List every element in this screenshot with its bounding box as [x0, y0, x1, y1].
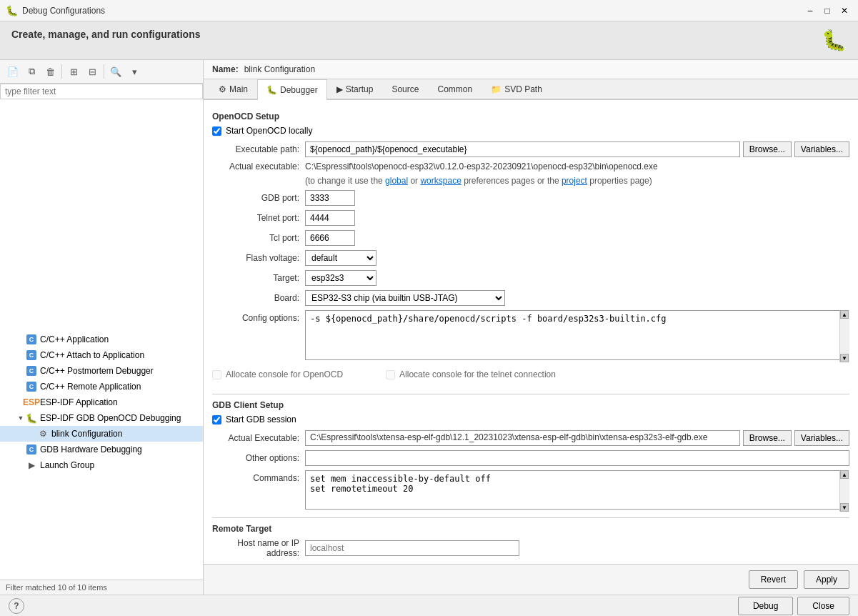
project-link[interactable]: project: [562, 176, 587, 186]
config-options-label: Config options:: [212, 313, 305, 323]
gdb-browse-button[interactable]: Browse...: [743, 430, 792, 446]
commands-scroll-down[interactable]: ▼: [840, 503, 849, 512]
executable-path-input-wrap: Browse... Variables...: [305, 141, 849, 157]
gdb-port-row: GDB port:: [212, 190, 849, 206]
tree-item-esp-idf-app[interactable]: ESP ESP-IDF Application: [0, 394, 203, 410]
c-icon: C: [26, 349, 37, 361]
executable-browse-button[interactable]: Browse...: [743, 141, 792, 157]
tree-item-launch-group[interactable]: ▶ Launch Group: [0, 457, 203, 473]
expand-all-button[interactable]: ⊞: [65, 63, 82, 80]
flash-voltage-label: Flash voltage:: [212, 253, 305, 263]
tab-common[interactable]: Common: [428, 79, 482, 99]
filter-status: Filter matched 10 of 10 items: [6, 583, 107, 592]
flash-voltage-select[interactable]: default 1.8V 3.3V: [305, 250, 376, 266]
svd-tab-label: SVD Path: [504, 84, 542, 94]
close-window-button[interactable]: ✕: [837, 3, 852, 19]
delete-button[interactable]: 🗑: [41, 63, 59, 80]
tab-svd-path[interactable]: 📁 SVD Path: [482, 79, 552, 99]
tree-item-c-cpp-remote[interactable]: C C/C++ Remote Application: [0, 379, 203, 394]
maximize-button[interactable]: □: [819, 3, 835, 19]
board-select[interactable]: ESP32-S3 chip (via builtin USB-JTAG): [305, 290, 505, 306]
apply-button[interactable]: Apply: [804, 570, 849, 589]
other-options-input[interactable]: [305, 450, 849, 466]
help-button[interactable]: ?: [9, 598, 24, 614]
tree-item-c-cpp-attach[interactable]: C C/C++ Attach to Application: [0, 347, 203, 363]
commands-scroll-up[interactable]: ▲: [840, 470, 849, 479]
target-select[interactable]: esp32 esp32s2 esp32s3 esp32c3: [305, 270, 376, 286]
no-expand: [27, 430, 37, 437]
target-row: Target: esp32 esp32s2 esp32s3 esp32c3: [212, 270, 849, 286]
actual-executable-label: Actual executable:: [212, 162, 305, 172]
minimize-button[interactable]: –: [802, 3, 818, 19]
tree-item-label: C/C++ Postmortem Debugger: [40, 366, 154, 376]
gdb-port-input[interactable]: [305, 190, 355, 206]
bottom-right: Revert Apply: [749, 570, 849, 589]
allocate-telnet-checkbox[interactable]: [386, 370, 395, 379]
c-icon: C: [26, 381, 37, 392]
config-options-textarea[interactable]: -s ${openocd_path}/share/openocd/scripts…: [305, 310, 849, 360]
footer: ? Debug Close: [0, 595, 858, 616]
workspace-link[interactable]: workspace: [420, 176, 461, 186]
main-container: Create, manage, and run configurations 🐛…: [0, 21, 858, 616]
tree-item-c-cpp-postmortem[interactable]: C C/C++ Postmortem Debugger: [0, 363, 203, 379]
path-note: (to change it use the global or workspac…: [305, 176, 849, 186]
executable-path-row: Executable path: Browse... Variables...: [212, 141, 849, 157]
collapse-all-button[interactable]: ⊟: [84, 63, 101, 80]
gdb-variables-button[interactable]: Variables...: [794, 430, 849, 446]
allocate-telnet-label: Allocate console for the telnet connecti…: [399, 369, 556, 379]
tree-item-esp-idf-openocd[interactable]: ▼ 🐛 ESP-IDF GDB OpenOCD Debugging: [0, 410, 203, 426]
tab-source[interactable]: Source: [382, 79, 428, 99]
start-openocd-label: Start OpenOCD locally: [226, 126, 312, 136]
gdb-actual-executable-wrap: C:\Espressif\tools\xtensa-esp-elf-gdb\12…: [305, 430, 849, 446]
no-expand: [16, 336, 26, 343]
executable-variables-button[interactable]: Variables...: [794, 141, 849, 157]
config-name-value: blink Configuration: [244, 64, 315, 74]
tree-item-c-cpp-app[interactable]: C C/C++ Application: [0, 332, 203, 347]
commands-textarea[interactable]: set mem inaccessible-by-default off set …: [305, 470, 849, 510]
main-tab-label: Main: [229, 84, 248, 94]
commands-scrollbar: ▲ ▼: [839, 470, 849, 512]
header-title: Create, manage, and run configurations: [11, 29, 201, 40]
telnet-port-input[interactable]: [305, 210, 355, 226]
tcl-port-input[interactable]: [305, 230, 355, 246]
tab-debugger[interactable]: 🐛 Debugger: [257, 79, 327, 100]
c-icon: C: [26, 365, 37, 377]
tree-item-gdb-hardware[interactable]: C GDB Hardware Debugging: [0, 442, 203, 457]
close-button[interactable]: Close: [797, 597, 849, 615]
executable-path-input[interactable]: [305, 141, 740, 157]
filter-input[interactable]: [0, 84, 203, 99]
filter-button[interactable]: 🔍: [107, 63, 124, 80]
toolbar-separator-2: [104, 64, 104, 79]
duplicate-button[interactable]: ⧉: [23, 63, 40, 80]
filter-dropdown-button[interactable]: ▾: [126, 63, 143, 80]
debug-button[interactable]: Debug: [738, 597, 793, 615]
allocate-row: Allocate console for OpenOCD Allocate co…: [212, 367, 849, 388]
content-area: 📄 ⧉ 🗑 ⊞ ⊟ 🔍 ▾ C C/C++ Application: [0, 60, 858, 595]
global-link[interactable]: global: [385, 176, 408, 186]
launch-icon: ▶: [26, 459, 37, 471]
tab-main[interactable]: ⚙ Main: [209, 79, 257, 99]
scroll-up-arrow[interactable]: ▲: [840, 310, 849, 319]
allocate-openocd-checkbox[interactable]: [212, 370, 221, 379]
start-openocd-row: Start OpenOCD locally: [212, 126, 849, 136]
no-expand: [16, 446, 26, 453]
gdb-actual-executable-row: Actual Executable: C:\Espressif\tools\xt…: [212, 430, 849, 446]
tree-item-label: GDB Hardware Debugging: [40, 444, 142, 454]
host-input[interactable]: [305, 540, 519, 556]
tree-item-blink-config[interactable]: ⚙ blink Configuration: [0, 426, 203, 442]
start-openocd-checkbox[interactable]: [212, 126, 221, 136]
revert-button[interactable]: Revert: [749, 570, 798, 589]
commands-label: Commands:: [212, 473, 305, 483]
commands-row: Commands: set mem inaccessible-by-defaul…: [212, 470, 849, 512]
tree-item-label: ESP-IDF GDB OpenOCD Debugging: [40, 413, 181, 423]
startup-tab-icon: ▶: [336, 84, 343, 94]
new-config-button[interactable]: 📄: [4, 63, 21, 80]
tab-startup[interactable]: ▶ Startup: [327, 79, 383, 99]
c-icon: C: [26, 444, 37, 455]
scroll-down-arrow[interactable]: ▼: [840, 354, 849, 362]
start-gdb-checkbox[interactable]: [212, 415, 221, 424]
right-panel: Name: blink Configuration ⚙ Main 🐛 Debug…: [204, 60, 858, 595]
gdb-actual-executable-value: C:\Espressif\tools\xtensa-esp-elf-gdb\12…: [305, 430, 740, 446]
status-bar: Filter matched 10 of 10 items: [0, 580, 203, 595]
tcl-port-label: Tcl port:: [212, 233, 305, 243]
